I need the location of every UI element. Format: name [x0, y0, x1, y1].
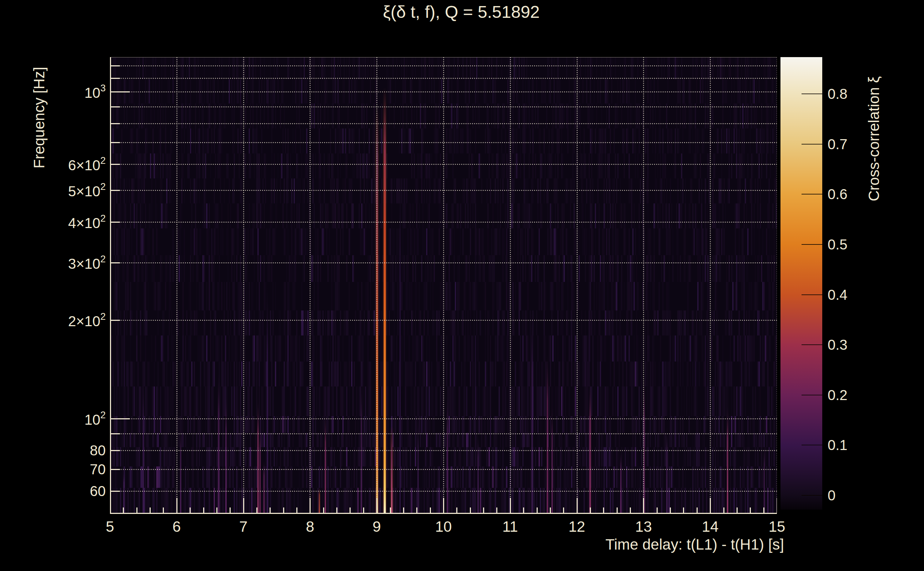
y-tick-base: 60 — [90, 483, 106, 499]
colorbar-tickmark — [802, 495, 822, 496]
x-tick-label: 11 — [502, 518, 518, 536]
colorbar-tick-label: 0.5 — [828, 237, 848, 253]
colorbar-tick-label: 0.8 — [828, 86, 848, 102]
colorbar-tickmark — [802, 144, 822, 145]
y-tick-base: 10 — [84, 412, 100, 427]
colorbar-tick-label: 0.7 — [828, 136, 848, 152]
x-tick-label: 14 — [702, 518, 719, 536]
colorbar-tickmark — [802, 295, 822, 295]
y-tick-exponent: 2 — [100, 213, 106, 224]
heatmap-canvas — [110, 57, 777, 514]
colorbar-tick-label: 0.4 — [828, 287, 848, 302]
colorbar-tick-label: 0.1 — [828, 437, 848, 453]
x-tick-label: 5 — [106, 518, 114, 536]
y-tick-base: 4×10 — [68, 215, 100, 230]
y-tick-label: 3×102 — [42, 253, 106, 272]
y-tick-base: 10 — [84, 85, 100, 100]
cross-correlation-spectrogram: ξ(δ t, f), Q = 5.51892 Frequency [Hz] Ti… — [0, 0, 924, 571]
colorbar-tickmark — [802, 94, 822, 94]
y-tick-base: 80 — [90, 442, 106, 458]
y-tick-label: 6×102 — [42, 155, 106, 173]
x-tick-label: 6 — [172, 518, 181, 536]
y-tick-label: 60 — [42, 483, 106, 499]
y-tick-base: 5×10 — [68, 183, 100, 199]
colorbar-tick-label: 0.3 — [828, 337, 848, 353]
colorbar-tickmark — [802, 395, 822, 395]
y-tick-base: 70 — [90, 461, 106, 477]
plot-title: ξ(δ t, f), Q = 5.51892 — [383, 2, 539, 22]
x-tick-label: 15 — [769, 518, 785, 536]
y-tick-label: 5×102 — [42, 181, 106, 199]
y-tick-exponent: 2 — [100, 410, 106, 420]
colorbar-title: Cross-correlation ξ — [865, 76, 882, 201]
y-tick-base: 6×10 — [68, 157, 100, 173]
y-tick-label: 4×102 — [42, 213, 106, 231]
colorbar-tickmark — [802, 344, 822, 345]
x-tick-label: 10 — [435, 518, 452, 536]
colorbar-tick-label: 0 — [828, 488, 836, 503]
y-tick-exponent: 2 — [100, 155, 106, 166]
x-axis-title: Time delay: t(L1) - t(H1) [s] — [606, 536, 784, 553]
colorbar-tick-label: 0.6 — [828, 186, 848, 202]
colorbar-tickmark — [802, 244, 822, 245]
x-tick-label: 8 — [306, 518, 314, 536]
y-tick-label: 80 — [42, 442, 106, 458]
y-tick-exponent: 2 — [100, 181, 106, 191]
y-tick-label: 103 — [42, 83, 106, 101]
x-tick-label: 12 — [569, 518, 585, 536]
y-tick-exponent: 2 — [100, 311, 106, 322]
y-tick-exponent: 3 — [100, 83, 106, 94]
y-tick-base: 2×10 — [68, 313, 100, 329]
y-axis-title: Frequency [Hz] — [31, 67, 48, 168]
y-tick-exponent: 2 — [100, 253, 106, 264]
y-tick-base: 3×10 — [68, 256, 100, 271]
y-tick-label: 102 — [42, 410, 106, 428]
colorbar-tickmark — [802, 194, 822, 194]
colorbar — [780, 57, 822, 509]
y-tick-label: 2×102 — [42, 311, 106, 329]
x-tick-label: 13 — [635, 518, 652, 536]
x-tick-label: 9 — [373, 518, 381, 536]
x-tick-label: 7 — [239, 518, 247, 536]
colorbar-tickmark — [802, 444, 822, 445]
colorbar-tick-label: 0.2 — [828, 387, 848, 403]
y-tick-label: 70 — [42, 461, 106, 477]
